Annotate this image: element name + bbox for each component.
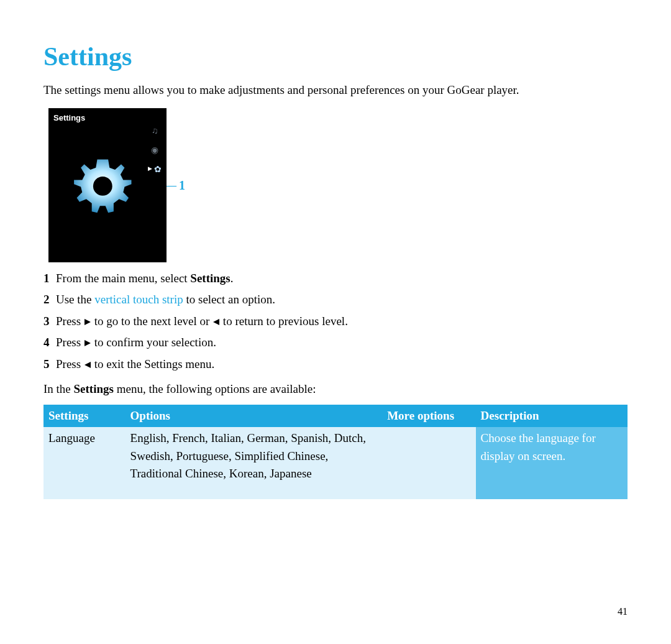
th-options: Options [126, 405, 383, 428]
page-number: 41 [618, 604, 628, 619]
steps-list: 1From the main menu, select Settings. 2U… [43, 270, 628, 374]
table-header-row: Settings Options More options Descriptio… [43, 405, 628, 428]
page-title: Settings [43, 37, 628, 76]
device-screen: Settings ♫ ◉ ▶ ✿ [48, 108, 167, 262]
options-table: Settings Options More options Descriptio… [43, 405, 628, 499]
td-description: Choose the language for display on scree… [476, 427, 628, 499]
device-side-icons: ♫ ◉ ▶ ✿ [148, 124, 162, 176]
svg-point-0 [93, 177, 112, 196]
gear-icon-small: ✿ [154, 163, 162, 176]
step-2: 2Use the vertical touch strip to select … [43, 291, 628, 309]
svg-marker-1 [84, 319, 91, 325]
step-3-text-b: to go to the next level or [91, 315, 212, 328]
step-5-text-a: Press [56, 357, 84, 370]
step-5-text-b: to exit the Settings menu. [91, 357, 214, 370]
step-1: 1From the main menu, select Settings. [43, 270, 628, 288]
svg-marker-3 [84, 340, 91, 346]
chevron-right-icon: ▶ [148, 165, 152, 173]
svg-marker-4 [84, 362, 91, 368]
after-a: In the [43, 382, 74, 395]
step-3-text-c: to return to previous level. [220, 315, 348, 328]
th-settings: Settings [43, 405, 126, 428]
step-3: 3Press to go to the next level or to ret… [43, 313, 628, 331]
th-description: Description [476, 405, 628, 428]
step-2-text-c: to select an option. [183, 293, 275, 306]
device-title: Settings [53, 112, 162, 124]
svg-marker-2 [213, 319, 219, 325]
step-4: 4Press to confirm your selection. [43, 334, 628, 352]
step-1-bold: Settings [190, 272, 230, 285]
play-left-icon [84, 361, 91, 369]
callout: — 1 [164, 176, 185, 195]
step-4-text-a: Press [56, 336, 84, 349]
td-options: English, French, Italian, German, Spanis… [126, 427, 383, 499]
selected-gear-row: ▶ ✿ [148, 163, 162, 176]
after-c: menu, the following options are availabl… [114, 382, 316, 395]
step-4-text-b: to confirm your selection. [91, 336, 216, 349]
step-1-text-a: From the main menu, select [56, 272, 190, 285]
play-right-icon [84, 318, 91, 326]
td-setting: Language [43, 427, 126, 499]
device-screenshot-row: Settings ♫ ◉ ▶ ✿ [48, 108, 628, 262]
play-left-icon [212, 318, 220, 326]
after-steps-text: In the Settings menu, the following opti… [43, 380, 628, 398]
vertical-touch-strip-link[interactable]: vertical touch strip [94, 293, 183, 306]
camera-icon: ◉ [151, 144, 158, 157]
td-more [382, 427, 475, 499]
step-1-text-c: . [231, 272, 234, 285]
callout-number: 1 [179, 176, 185, 195]
intro-text: The settings menu allows you to make adj… [43, 81, 628, 99]
music-icon: ♫ [152, 124, 158, 137]
play-right-icon [84, 339, 91, 347]
th-more-options: More options [382, 405, 475, 428]
table-row: Language English, French, Italian, Germa… [43, 427, 628, 499]
step-3-text-a: Press [56, 315, 84, 328]
after-b: Settings [74, 382, 114, 395]
gear-icon [70, 154, 139, 228]
step-5: 5Press to exit the Settings menu. [43, 356, 628, 374]
step-2-text-a: Use the [56, 293, 94, 306]
